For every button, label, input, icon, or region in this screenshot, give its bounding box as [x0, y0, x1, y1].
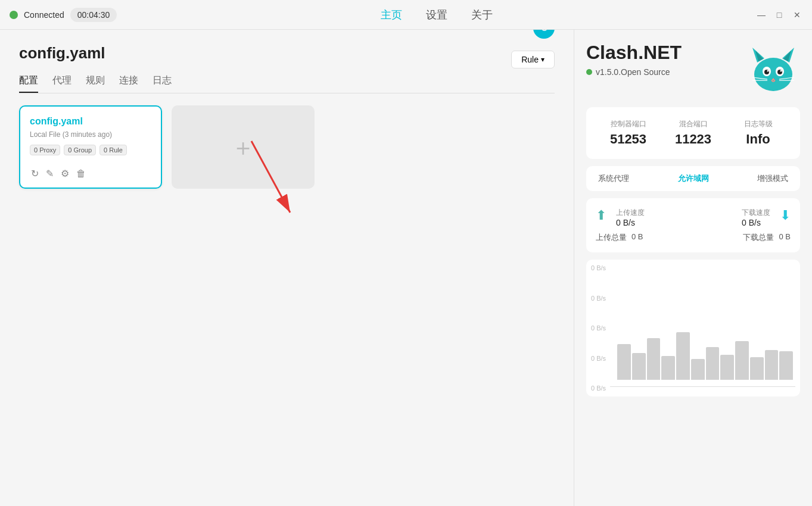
config-cards: config.yaml Local File (3 minutes ago) 0… — [19, 105, 555, 189]
svg-point-12 — [767, 70, 769, 72]
chart-bar-group — [647, 338, 661, 380]
status-section: Connected 00:04:30 — [10, 8, 117, 22]
app-info: Clash.NET v1.5.0.Open Source — [586, 42, 682, 77]
download-total: 下载总量 0 B — [743, 232, 791, 243]
mixed-port-label: 混合端口 — [665, 119, 721, 129]
chart-bar-group — [779, 351, 793, 380]
download-speed-label: 下载速度 — [742, 208, 770, 218]
app-name: Clash.NET — [586, 42, 682, 64]
config-settings-button[interactable]: ⚙ — [60, 167, 70, 180]
speed-totals: 上传总量 0 B 下载总量 0 B — [596, 232, 791, 243]
chart-label-2: 0 B/s — [591, 324, 606, 332]
config-tag-rule: 0 Rule — [99, 145, 127, 155]
mode-selector: Rule ▾ — [511, 51, 555, 68]
minimize-button[interactable]: — — [756, 10, 767, 20]
chart-bar-group — [691, 359, 705, 380]
right-panel: Clash.NET v1.5.0.Open Source — [574, 30, 812, 506]
window-controls: — □ ✕ — [756, 10, 802, 20]
chart-bars — [617, 267, 793, 389]
close-button[interactable]: ✕ — [792, 10, 802, 20]
left-panel: config.yaml Rule ▾ 配置 代理 规则 连接 日志 ↻ — [0, 30, 574, 506]
download-icon: ⬇ — [780, 208, 791, 223]
svg-point-3 — [754, 58, 792, 91]
tab-config[interactable]: 配置 — [19, 74, 38, 93]
mode-chevron-icon: ▾ — [541, 55, 545, 64]
refresh-icon: ↻ — [540, 30, 549, 35]
connection-status-dot — [10, 11, 18, 19]
nav-home[interactable]: 主页 — [381, 8, 402, 22]
download-total-label: 下载总量 — [743, 232, 774, 243]
chart-bar — [706, 347, 720, 380]
chart-bar — [779, 351, 793, 380]
tab-connections[interactable]: 连接 — [119, 74, 138, 93]
main-content: config.yaml Rule ▾ 配置 代理 规则 连接 日志 ↻ — [0, 30, 812, 506]
mode-label: Rule — [521, 55, 539, 64]
chart-bar — [676, 332, 690, 380]
config-card-title: config.yaml — [30, 116, 151, 127]
chart-bar — [720, 355, 734, 380]
version-text: v1.5.0.Open Source — [596, 67, 670, 77]
tab-proxy[interactable]: 代理 — [52, 74, 71, 93]
tab-rules[interactable]: 规则 — [86, 74, 105, 93]
controller-port-label: 控制器端口 — [601, 119, 656, 129]
config-card-tags: 0 Proxy 0 Group 0 Rule — [30, 145, 151, 155]
connection-status-label: Connected — [24, 10, 64, 20]
tab-logs[interactable]: 日志 — [153, 74, 172, 93]
chart-bar — [661, 356, 675, 380]
refresh-button[interactable]: ↻ — [533, 30, 555, 39]
chart-bar-group — [765, 350, 779, 380]
chart-bar — [691, 359, 705, 380]
chart-panel: 0 B/s 0 B/s 0 B/s 0 B/s 0 B/s — [586, 260, 800, 396]
config-reload-button[interactable]: ↻ — [30, 167, 40, 180]
chart-label-1: 0 B/s — [591, 295, 606, 302]
chart-bar — [617, 344, 631, 380]
config-card-subtitle: Local File (3 minutes ago) — [30, 130, 151, 139]
tabs: 配置 代理 规则 连接 日志 — [19, 74, 555, 93]
nav-settings[interactable]: 设置 — [426, 8, 447, 22]
config-tag-group: 0 Group — [64, 145, 96, 155]
config-edit-button[interactable]: ✎ — [45, 167, 55, 180]
add-icon: ＋ — [231, 131, 255, 164]
config-delete-button[interactable]: 🗑 — [75, 167, 87, 180]
svg-point-13 — [780, 70, 782, 72]
upload-speed-value: 0 B/s — [616, 218, 645, 227]
chart-bar-group — [735, 341, 749, 380]
mixed-port-value: 11223 — [665, 132, 721, 147]
nav-about[interactable]: 关于 — [471, 8, 493, 22]
chart-bar-group — [720, 355, 734, 380]
chart-bar-group — [617, 344, 631, 380]
download-total-value: 0 B — [779, 232, 791, 243]
upload-total: 上传总量 0 B — [596, 232, 643, 243]
maximize-button[interactable]: □ — [774, 10, 785, 20]
enhanced-mode-toggle[interactable]: 增强模式 — [757, 173, 788, 184]
allow-lan-toggle[interactable]: 允许域网 — [678, 173, 709, 184]
chart-bar — [632, 353, 646, 380]
controller-port-value: 51253 — [601, 132, 656, 147]
upload-speed-label: 上传速度 — [616, 208, 645, 218]
connection-timer: 00:04:30 — [70, 8, 117, 22]
nav-bar: 主页 设置 关于 — [381, 8, 493, 22]
chart-bar-group — [632, 353, 646, 380]
chart-bar-group — [750, 357, 764, 380]
log-level-cell: 日志等级 Info — [726, 117, 791, 149]
add-config-button[interactable]: ＋ — [172, 105, 315, 189]
chart-bar — [735, 341, 749, 380]
mixed-port-cell: 混合端口 11223 — [661, 117, 726, 149]
cat-logo — [746, 42, 800, 95]
app-version: v1.5.0.Open Source — [586, 67, 682, 77]
chart-label-4: 0 B/s — [591, 385, 606, 392]
mode-button[interactable]: Rule ▾ — [511, 51, 555, 68]
chart-bar — [750, 357, 764, 380]
system-proxy-toggle[interactable]: 系统代理 — [598, 173, 629, 184]
upload-speed-item: ⬆ — [596, 208, 606, 227]
speed-panel: ⬆ 上传速度 0 B/s 下载速度 0 B/s ⬇ — [586, 198, 800, 252]
config-card-actions: ↻ ✎ ⚙ 🗑 — [30, 167, 87, 180]
info-grid: 控制器端口 51253 混合端口 11223 日志等级 Info — [586, 107, 800, 159]
chart-label-0: 0 B/s — [591, 264, 606, 271]
upload-total-label: 上传总量 — [596, 232, 627, 243]
chart-bar-group — [676, 332, 690, 380]
chart-bar — [765, 350, 779, 380]
chart-bar-group — [706, 347, 720, 380]
page-title: config.yaml — [19, 44, 555, 63]
download-speed-value: 0 B/s — [742, 218, 770, 227]
